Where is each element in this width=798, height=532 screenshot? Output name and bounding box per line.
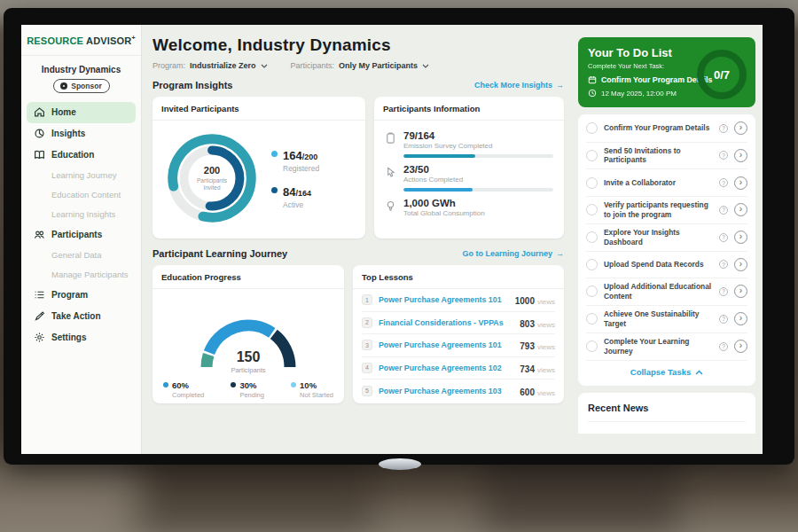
chevron-right-icon[interactable]: › <box>734 312 747 325</box>
sidebar-item-take-action[interactable]: Take Action <box>27 306 136 327</box>
info-icon[interactable]: ? <box>719 342 728 351</box>
info-icon[interactable]: ? <box>719 287 728 296</box>
chevron-right-icon[interactable]: › <box>734 258 747 271</box>
page-title: Welcome, Industry Dynamics <box>153 35 564 55</box>
sidebar-item-education[interactable]: Education <box>27 145 136 166</box>
sidebar-item-manage-participants[interactable]: Manage Participants <box>27 265 136 285</box>
task-checkbox[interactable] <box>586 286 598 297</box>
task-row: Upload Spend Data Records ? › <box>586 252 747 279</box>
brand-primary: RESOURCE <box>27 35 83 46</box>
check-more-insights-link[interactable]: Check More Insights → <box>474 81 564 90</box>
recent-news-card: Recent News <box>578 393 755 434</box>
info-icon[interactable]: ? <box>719 178 728 187</box>
chevron-down-icon <box>422 64 429 68</box>
chevron-right-icon[interactable]: › <box>734 149 747 162</box>
sponsor-badge-label: Sponsor <box>71 82 101 90</box>
progress-bar <box>403 154 553 158</box>
go-to-learning-journey-link[interactable]: Go to Learning Journey → <box>462 249 564 258</box>
task-label: Achieve One Sustainability Target <box>604 309 713 329</box>
sidebar-item-label: Settings <box>51 332 86 342</box>
sidebar-item-general-data[interactable]: General Data <box>27 246 136 265</box>
task-label: Send 50 Invitations to Participants <box>604 146 713 166</box>
filters-row: Program: Industrialize Zero Participants… <box>153 61 564 70</box>
clock-icon <box>588 89 597 98</box>
task-checkbox[interactable] <box>586 340 598 352</box>
survey-icon <box>385 132 396 145</box>
info-icon[interactable]: ? <box>719 206 728 215</box>
donut-center-value: 200 <box>204 165 220 176</box>
sidebar-item-education-content[interactable]: Education Content <box>27 185 136 205</box>
sidebar-item-label: Education <box>51 150 94 160</box>
chevron-right-icon[interactable]: › <box>734 231 747 244</box>
task-row: Complete Your Learning Journey ? › <box>586 333 747 361</box>
legend-pct: 10% <box>300 380 333 390</box>
sidebar-nav: Home Insights Education Learning Journey… <box>21 100 141 350</box>
legend-dot <box>271 187 278 193</box>
lesson-rank: 4 <box>362 363 372 373</box>
task-checkbox[interactable] <box>586 204 598 215</box>
lesson-link[interactable]: Power Purchase Agreements 102 <box>379 364 513 372</box>
views-suffix: views <box>537 343 555 351</box>
chevron-right-icon[interactable]: › <box>734 121 747 135</box>
lesson-link[interactable]: Financial Considerations - VPPAs <box>379 318 513 327</box>
todo-due-label: 12 May 2025, 12:00 PM <box>601 90 677 98</box>
task-checkbox[interactable] <box>586 177 598 189</box>
task-checkbox[interactable] <box>586 231 598 243</box>
home-icon <box>34 106 45 118</box>
chevron-right-icon[interactable]: › <box>734 176 747 190</box>
section-title: Participant Learning Journey <box>153 248 287 259</box>
chevron-right-icon[interactable]: › <box>734 285 747 298</box>
sidebar-item-program[interactable]: Program <box>27 285 136 306</box>
info-icon[interactable]: ? <box>719 233 728 242</box>
program-filter[interactable]: Program: Industrialize Zero <box>153 61 268 70</box>
sidebar-item-label: Manage Participants <box>51 270 129 279</box>
legend-dot <box>271 151 278 157</box>
sidebar-item-participants[interactable]: Participants <box>27 224 136 246</box>
task-row: Explore Your Insights Dashboard ? › <box>586 224 747 252</box>
monitor-logo-button <box>379 458 421 470</box>
sidebar-item-learning-insights[interactable]: Learning Insights <box>27 205 136 224</box>
sidebar-item-label: Participants <box>51 230 102 239</box>
bulb-icon <box>385 200 396 212</box>
lesson-rank: 3 <box>362 340 372 350</box>
sidebar-item-home[interactable]: Home <box>27 102 136 123</box>
lesson-link[interactable]: Power Purchase Agreements 101 <box>379 340 513 349</box>
stat-value: 23/50 <box>403 164 553 175</box>
sidebar-item-learning-journey[interactable]: Learning Journey <box>27 166 136 185</box>
chevron-down-icon <box>261 64 268 68</box>
learning-journey-header: Participant Learning Journey Go to Learn… <box>153 248 564 259</box>
sponsor-badge[interactable]: Sponsor <box>53 79 110 93</box>
info-icon[interactable]: ? <box>719 124 728 133</box>
info-icon[interactable]: ? <box>719 151 728 160</box>
stat-label: Total Global Consumption <box>403 209 553 217</box>
info-icon[interactable]: ? <box>719 315 728 324</box>
chevron-right-icon[interactable]: › <box>734 340 747 353</box>
collapse-tasks-link[interactable]: Collapse Tasks <box>586 361 747 384</box>
legend-value: 84 <box>283 185 295 199</box>
task-checkbox[interactable] <box>586 313 598 325</box>
lesson-link[interactable]: Power Purchase Agreements 101 <box>379 295 509 304</box>
views-suffix: views <box>537 389 555 397</box>
chevron-right-icon[interactable]: › <box>734 203 747 216</box>
top-lessons-card: Top Lessons 1 Power Purchase Agreements … <box>353 265 564 403</box>
organization-name: Industry Dynamics <box>21 65 141 74</box>
task-checkbox[interactable] <box>586 259 598 270</box>
sidebar-item-settings[interactable]: Settings <box>27 327 136 348</box>
sidebar-item-insights[interactable]: Insights <box>27 123 136 145</box>
info-icon[interactable]: ? <box>719 260 728 269</box>
task-checkbox[interactable] <box>586 122 598 134</box>
participants-filter[interactable]: Participants: Only My Participants <box>291 61 430 70</box>
take-action-icon <box>34 310 45 322</box>
app-logo: RESOURCE ADVISOR+ <box>21 35 141 56</box>
lesson-views: 734 <box>520 364 535 374</box>
task-checkbox[interactable] <box>586 150 598 161</box>
lesson-row: 1 Power Purchase Agreements 101 1000view… <box>362 289 555 312</box>
calendar-icon <box>588 75 597 84</box>
sidebar-item-label: Take Action <box>51 311 101 321</box>
legend-value: 164 <box>283 149 302 162</box>
lesson-link[interactable]: Power Purchase Agreements 103 <box>379 387 513 395</box>
card-title: Invited Participants <box>153 97 365 121</box>
filter-value: Only My Participants <box>339 61 418 70</box>
legend-label: Completed <box>172 391 204 399</box>
lesson-row: 4 Power Purchase Agreements 102 734views <box>362 357 555 380</box>
